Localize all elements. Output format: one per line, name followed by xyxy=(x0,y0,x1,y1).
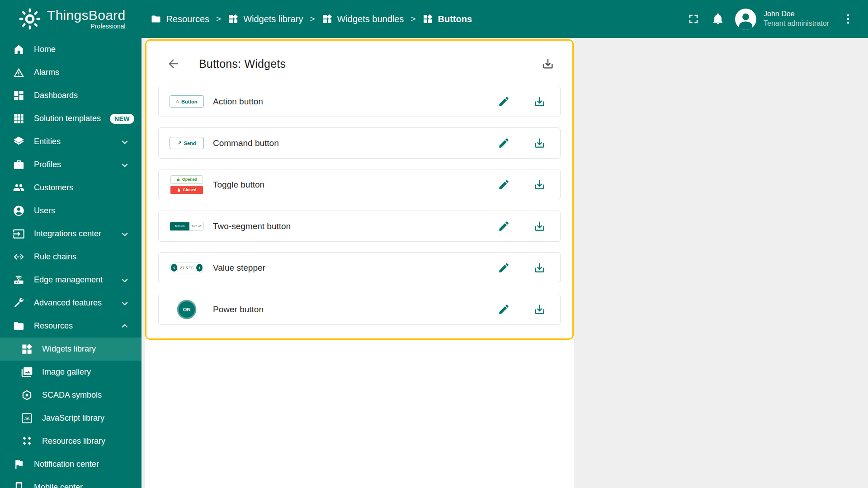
edit-widget-button[interactable] xyxy=(496,177,512,192)
thingsboard-gear-icon xyxy=(18,7,42,31)
sidebar-item-scada-symbols[interactable]: SCADA symbols xyxy=(0,384,142,407)
widget-preview: OpenedClosed xyxy=(164,175,209,194)
sidebar-item-alarms[interactable]: Alarms xyxy=(0,61,142,84)
widget-name: Action button xyxy=(213,97,263,107)
widget-row-action-button[interactable]: ⌂Button Action button xyxy=(158,86,561,117)
chevron-down-icon xyxy=(119,159,131,171)
row-actions xyxy=(496,260,547,276)
preview-segment-right: Turn off xyxy=(189,222,203,230)
sidebar-item-notification-center[interactable]: Notification center xyxy=(0,453,142,476)
js-icon xyxy=(21,412,33,424)
edit-pencil-icon xyxy=(498,262,510,274)
download-widget-button[interactable] xyxy=(532,94,547,109)
sidebar-item-image-gallery[interactable]: Image gallery xyxy=(0,361,142,384)
fullscreen-button[interactable] xyxy=(683,8,704,30)
widget-row-power-button[interactable]: ON Power button xyxy=(158,294,561,325)
breadcrumb-label: Resources xyxy=(166,14,209,24)
stepper-value: 27.5 °C xyxy=(177,265,196,271)
breadcrumb-label: Widgets bundles xyxy=(337,14,404,24)
download-widget-button[interactable] xyxy=(532,177,547,192)
edit-widget-button[interactable] xyxy=(496,301,512,317)
chevron-down-icon xyxy=(119,228,131,240)
sidebar-item-resources[interactable]: Resources xyxy=(0,314,142,338)
edit-widget-button[interactable] xyxy=(496,260,512,276)
sidebar-item-advanced-features[interactable]: Advanced features xyxy=(0,291,142,314)
row-actions xyxy=(496,177,547,192)
widget-preview: ↗Send xyxy=(164,137,209,149)
sidebar-item-label: Notification center xyxy=(34,460,99,469)
breadcrumb-item-buttons[interactable]: Buttons xyxy=(422,14,472,24)
sidebar-item-label: Integrations center xyxy=(34,229,101,239)
widget-row-two-segment-button[interactable]: Turn onTurn off Two-segment button xyxy=(158,211,561,242)
download-widget-button[interactable] xyxy=(532,301,547,317)
sidebar-item-label: Image gallery xyxy=(42,367,91,377)
integrations-icon xyxy=(13,228,25,240)
sidebar-nav: Home Alarms Dashboards Solution template… xyxy=(0,38,142,488)
edit-widget-button[interactable] xyxy=(496,135,512,151)
sidebar-item-customers[interactable]: Customers xyxy=(0,176,142,199)
chevron-up-icon xyxy=(119,320,131,332)
widget-preview: ‹27.5 °C› xyxy=(164,263,209,273)
resources-library-icon xyxy=(21,435,33,447)
sidebar-item-label: Resources library xyxy=(42,436,105,446)
bell-icon xyxy=(712,13,724,25)
breadcrumb-item-resources[interactable]: Resources xyxy=(151,14,209,24)
edge-icon xyxy=(13,274,25,286)
sidebar-item-edge-management[interactable]: Edge management xyxy=(0,268,142,291)
sidebar-item-profiles[interactable]: Profiles xyxy=(0,153,142,176)
user-name: John Doe xyxy=(764,9,829,19)
notification-icon xyxy=(13,458,25,470)
sidebar-item-entities[interactable]: Entities xyxy=(0,130,142,153)
widget-row-command-button[interactable]: ↗Send Command button xyxy=(158,127,561,159)
download-widget-button[interactable] xyxy=(532,218,547,234)
sidebar-item-label: Resources xyxy=(34,321,73,331)
widget-row-value-stepper[interactable]: ‹27.5 °C› Value stepper xyxy=(158,252,561,283)
preview-power-button: ON xyxy=(177,300,196,319)
sidebar-item-javascript-library[interactable]: JavaScript library xyxy=(0,407,142,430)
sidebar-item-solution-templates[interactable]: Solution templates NEW xyxy=(0,107,142,130)
widget-row-toggle-button[interactable]: OpenedClosed Toggle button xyxy=(158,169,561,200)
edit-widget-button[interactable] xyxy=(496,218,512,234)
image-gallery-icon xyxy=(21,366,33,378)
thingsboard-logo[interactable]: ThingsBoard Professional xyxy=(18,7,125,31)
sidebar-item-integrations-center[interactable]: Integrations center xyxy=(0,222,142,245)
solution-templates-icon xyxy=(13,113,25,125)
download-icon xyxy=(533,178,546,191)
sidebar-item-mobile-center[interactable]: Mobile center xyxy=(0,476,142,488)
breadcrumb-item-widgets-library[interactable]: Widgets library xyxy=(228,14,303,24)
widget-name: Command button xyxy=(213,138,279,148)
download-widget-button[interactable] xyxy=(532,260,547,276)
breadcrumb-label: Widgets library xyxy=(243,14,303,24)
dashboards-icon xyxy=(13,89,25,102)
preview-outlined-button: ↗Send xyxy=(170,137,204,149)
more-vert-icon xyxy=(842,13,854,25)
sidebar-item-label: Alarms xyxy=(34,68,59,77)
sidebar-item-home[interactable]: Home xyxy=(0,38,142,61)
sidebar-item-dashboards[interactable]: Dashboards xyxy=(0,84,142,107)
widgets-icon xyxy=(422,14,433,24)
sidebar-item-widgets-library[interactable]: Widgets library xyxy=(0,338,142,361)
folder-icon xyxy=(151,14,161,24)
sidebar: Home Alarms Dashboards Solution template… xyxy=(0,38,142,488)
widget-name: Power button xyxy=(213,305,264,314)
sidebar-item-label: Dashboards xyxy=(34,91,78,100)
sidebar-item-label: Customers xyxy=(34,183,73,192)
more-menu-button[interactable] xyxy=(837,8,859,30)
edit-pencil-icon xyxy=(498,220,510,232)
preview-segment-left: Turn on xyxy=(170,222,189,230)
notifications-button[interactable] xyxy=(707,8,729,30)
breadcrumb-item-widgets-bundles[interactable]: Widgets bundles xyxy=(322,14,404,24)
advanced-icon xyxy=(13,297,25,309)
widgets-icon xyxy=(21,343,33,355)
export-bundle-button[interactable] xyxy=(540,56,556,72)
content-background: Buttons: Widgets ⌂Button Action button ↗… xyxy=(142,38,868,488)
download-widget-button[interactable] xyxy=(532,135,547,151)
avatar[interactable] xyxy=(735,9,756,30)
sidebar-item-resources-library[interactable]: Resources library xyxy=(0,430,142,453)
breadcrumb-separator: > xyxy=(216,14,221,24)
edit-widget-button[interactable] xyxy=(496,94,512,109)
sidebar-item-rule-chains[interactable]: Rule chains xyxy=(0,245,142,268)
back-button[interactable] xyxy=(165,55,182,72)
sidebar-item-label: JavaScript library xyxy=(42,413,104,423)
sidebar-item-users[interactable]: Users xyxy=(0,199,142,222)
